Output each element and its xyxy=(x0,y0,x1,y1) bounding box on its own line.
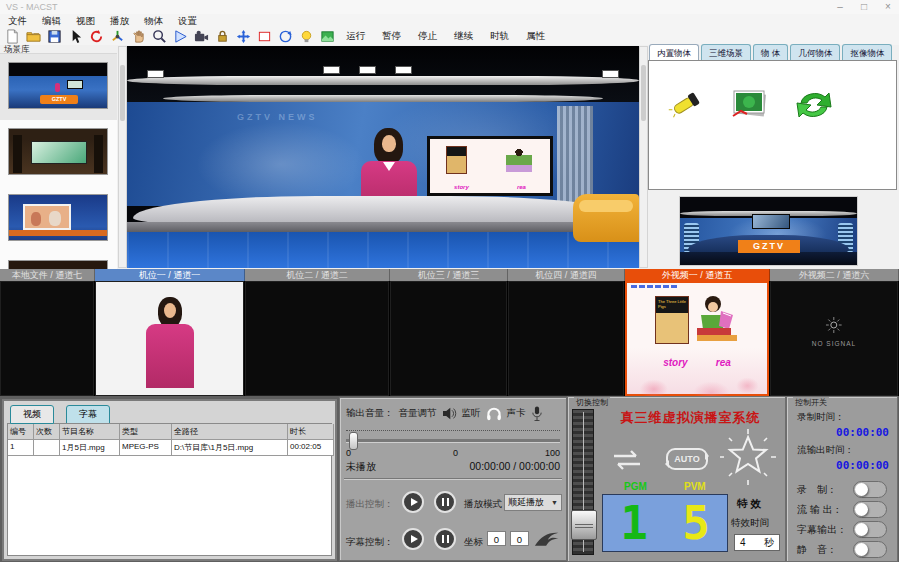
new-icon[interactable] xyxy=(4,29,20,45)
monitor-external-video-1[interactable]: The Three Little Pigs storyrea xyxy=(625,281,770,396)
book-cover xyxy=(446,146,467,174)
rotate-object-icon[interactable] xyxy=(88,29,104,45)
take-swap-icon[interactable] xyxy=(610,449,644,475)
swoosh-icon[interactable] xyxy=(534,528,560,548)
menu-play[interactable]: 播放 xyxy=(110,15,129,28)
run-button[interactable]: 运行 xyxy=(340,30,371,43)
playlist-row-1[interactable]: 1 1月5日.mpg MPEG-PS D:\节目库\1月5日.mpg 00:02… xyxy=(8,440,331,456)
channel-camera-4[interactable]: 机位四 / 通道四 xyxy=(508,269,625,281)
monitor-external-video-2[interactable]: NO SIGNAL xyxy=(770,281,899,396)
pause-button[interactable]: 暂停 xyxy=(376,30,407,43)
menu-file[interactable]: 文件 xyxy=(8,15,27,28)
pan-icon[interactable] xyxy=(130,29,146,45)
minimize-button[interactable]: – xyxy=(833,1,847,12)
switcher-group-label: 切换控制 xyxy=(574,397,610,408)
playout-play-button[interactable] xyxy=(402,491,424,513)
menubar: 文件 编辑 视图 播放 物体 设置 xyxy=(0,14,899,28)
coord-y-input[interactable]: 0 xyxy=(510,531,529,546)
sun-icon xyxy=(826,317,842,333)
channel-camera-2[interactable]: 机位二 / 通道二 xyxy=(245,269,390,281)
scene-thumb-row-selected[interactable]: GZTV xyxy=(0,54,117,120)
scene-thumb-row[interactable] xyxy=(0,120,117,186)
transition-fader[interactable] xyxy=(572,409,594,555)
scene-thumb-row[interactable] xyxy=(0,186,117,252)
viewport-scrollbar-left[interactable] xyxy=(118,46,127,268)
monitor-camera-3[interactable] xyxy=(390,281,508,396)
rotate-view-icon[interactable] xyxy=(277,29,293,45)
playlist-header-row: 编号 次数 节目名称 类型 全路径 时长 xyxy=(8,424,331,440)
menu-object[interactable]: 物体 xyxy=(144,15,163,28)
stream-toggle[interactable] xyxy=(853,501,887,518)
viewport-scrollbar-right[interactable] xyxy=(639,46,648,268)
record-toggle[interactable] xyxy=(853,481,887,498)
channel-external-video-1[interactable]: 外视频一 / 通道五 xyxy=(625,269,770,281)
tab-video[interactable]: 视频 xyxy=(10,405,54,424)
switcher-panel: 切换控制 真三维虚拟演播室系统 AUTO PGM PVM 1 5 特 效 特效时… xyxy=(567,396,786,562)
light-icon[interactable] xyxy=(298,29,314,45)
menu-edit[interactable]: 编辑 xyxy=(42,15,61,28)
volume-slider[interactable] xyxy=(346,439,560,443)
subtitle-play-button[interactable] xyxy=(402,528,424,550)
close-button[interactable]: × xyxy=(881,1,895,12)
select-icon[interactable] xyxy=(67,29,83,45)
subtitle-pause-button[interactable] xyxy=(434,528,456,550)
open-icon[interactable] xyxy=(25,29,41,45)
flashlight-icon[interactable] xyxy=(667,85,707,125)
record-time-value: 00:00:00 xyxy=(836,426,889,439)
playout-pause-button[interactable] xyxy=(434,491,456,513)
preview-gztv-banner: GZTV xyxy=(738,240,800,253)
speaker-icon[interactable] xyxy=(442,407,457,420)
axis-3d-icon[interactable] xyxy=(109,29,125,45)
volume-adjust-label[interactable]: 音量调节 xyxy=(399,407,437,420)
no-signal-text: NO SIGNAL xyxy=(812,340,856,347)
sound-card-label[interactable]: 声卡 xyxy=(507,407,526,420)
zoom-icon[interactable] xyxy=(151,29,167,45)
play-outline-icon[interactable] xyxy=(172,29,188,45)
monitor-camera-4[interactable] xyxy=(508,281,625,396)
pictures-icon[interactable] xyxy=(727,85,771,125)
auto-transition-button[interactable]: AUTO xyxy=(666,448,708,470)
menu-settings[interactable]: 设置 xyxy=(178,15,197,28)
play-mode-label: 播放模式 xyxy=(464,498,502,511)
record-time-label: 录制时间： xyxy=(797,411,845,424)
playback-time: 00:00:00 / 00:00:00 xyxy=(470,460,561,472)
play-mode-dropdown[interactable]: 顺延播放▼ xyxy=(504,494,562,511)
channel-camera-3[interactable]: 机位三 / 通道三 xyxy=(390,269,508,281)
properties-button[interactable]: 属性 xyxy=(520,30,551,43)
save-icon[interactable] xyxy=(46,29,62,45)
menu-view[interactable]: 视图 xyxy=(76,15,95,28)
viewport-3d[interactable]: GZTV NEWS storyrea xyxy=(118,46,648,268)
continue-button[interactable]: 继续 xyxy=(448,30,479,43)
maximize-button[interactable]: □ xyxy=(857,1,871,12)
playback-status: 未播放 xyxy=(346,460,376,474)
coord-x-input[interactable]: 0 xyxy=(487,531,506,546)
pgm-channel-number: 1 xyxy=(603,495,665,551)
move-icon[interactable] xyxy=(235,29,251,45)
effect-time-input[interactable]: 4秒 xyxy=(734,534,780,551)
monitor-local-file[interactable] xyxy=(0,281,95,396)
channel-camera-1-pgm[interactable]: 机位一 / 通道一 xyxy=(95,269,245,281)
scene-object-icon[interactable] xyxy=(319,29,335,45)
mute-toggle[interactable] xyxy=(853,541,887,558)
monitor-camera-1[interactable] xyxy=(95,281,245,396)
camera-icon[interactable] xyxy=(193,29,209,45)
scene-thumbnail-picture-studio[interactable] xyxy=(8,194,108,241)
effect-star-icon[interactable] xyxy=(720,429,776,489)
timeline-button[interactable]: 时轨 xyxy=(484,30,515,43)
stop-button[interactable]: 停止 xyxy=(412,30,443,43)
tab-subtitle[interactable]: 字幕 xyxy=(66,405,110,424)
microphone-icon[interactable] xyxy=(531,406,543,421)
fader-handle[interactable] xyxy=(571,510,597,540)
scene-thumbnail-blue-studio[interactable]: GZTV xyxy=(8,62,108,109)
lock-icon[interactable] xyxy=(214,29,230,45)
monitor-camera-2[interactable] xyxy=(245,281,390,396)
refresh-icon[interactable] xyxy=(791,85,837,129)
headphones-icon[interactable] xyxy=(486,406,502,421)
rect-tool-icon[interactable] xyxy=(256,29,272,45)
channel-external-video-2[interactable]: 外视频二 / 通道六 xyxy=(770,269,899,281)
stream-time-label: 流输出时间： xyxy=(797,444,854,457)
subtitle-toggle[interactable] xyxy=(853,521,887,538)
channel-local-file[interactable]: 本地文件 / 通道七 xyxy=(0,269,95,281)
monitor-listen-label[interactable]: 监听 xyxy=(462,407,481,420)
scene-thumbnail-greenscreen-studio[interactable] xyxy=(8,128,108,175)
